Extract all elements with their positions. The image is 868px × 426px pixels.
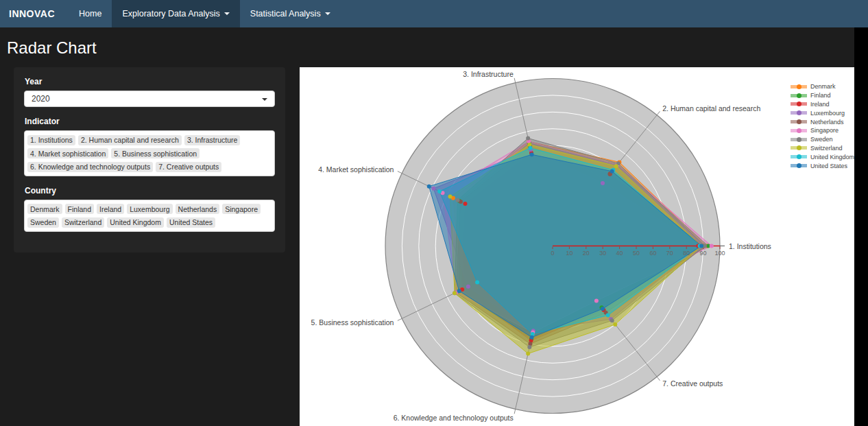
- nav-item-label: Home: [79, 9, 101, 19]
- radial-tick-label: 10: [566, 250, 572, 257]
- indicator-tag-1-institutions[interactable]: 1. Institutions: [27, 135, 75, 145]
- indicator-tag-2-human-capital-and-research[interactable]: 2. Human capital and research: [78, 135, 182, 145]
- country-multiselect[interactable]: DenmarkFinlandIrelandLuxembourgNetherlan…: [24, 200, 275, 232]
- legend-marker-icon: [791, 137, 807, 143]
- axis-label-4-market-sophistication: 4. Market sophistication: [318, 165, 394, 174]
- country-tag-switzerland[interactable]: Switzerland: [62, 217, 104, 228]
- country-tag-netherlands[interactable]: Netherlands: [176, 204, 220, 214]
- data-point-united-kingdom: [475, 280, 479, 284]
- legend-marker-icon: [791, 119, 807, 125]
- axis-label-1-institutions: 1. Institutions: [729, 242, 771, 250]
- data-point-singapore: [710, 244, 714, 248]
- axis-label-2-human-capital-and-research: 2. Human capital and research: [662, 104, 760, 113]
- legend-marker-icon: [791, 110, 807, 116]
- legend-label: Netherlands: [810, 119, 844, 126]
- chevron-down-icon: [262, 98, 267, 101]
- legend-label: Sweden: [810, 136, 833, 143]
- radial-tick-label: 80: [683, 250, 690, 257]
- country-tag-finland[interactable]: Finland: [65, 204, 94, 214]
- legend-item-ireland[interactable]: Ireland: [791, 100, 854, 109]
- axis-label-7-creative-outputs: 7. Creative outputs: [662, 379, 723, 388]
- legend-label: Luxembourg: [810, 110, 845, 117]
- data-point-luxembourg: [431, 187, 435, 191]
- legend-marker-icon: [791, 101, 807, 107]
- legend-item-finland[interactable]: Finland: [791, 91, 854, 100]
- country-tag-denmark[interactable]: Denmark: [27, 204, 62, 214]
- axis-label-5-business-sophistication: 5. Business sophistication: [311, 318, 394, 327]
- data-point-sweden: [610, 318, 614, 322]
- radial-tick-label: 70: [666, 250, 673, 257]
- country-tag-united-states[interactable]: United States: [167, 217, 215, 228]
- chart-legend: DenmarkFinlandIrelandLuxembourgNetherlan…: [791, 82, 854, 170]
- legend-item-united-kingdom[interactable]: United Kingdom: [791, 152, 854, 161]
- legend-item-luxembourg[interactable]: Luxembourg: [791, 108, 854, 117]
- year-select-value: 2020: [32, 94, 50, 104]
- controls-panel: Year 2020 Indicator 1. Institutions2. Hu…: [14, 67, 285, 252]
- data-point-switzerland: [614, 164, 618, 168]
- data-point-sweden: [526, 136, 530, 140]
- radial-tick-label: 100: [714, 250, 725, 257]
- legend-item-sweden[interactable]: Sweden: [791, 135, 854, 144]
- data-point-switzerland: [453, 291, 457, 295]
- data-point-united-states: [699, 244, 703, 248]
- country-tag-luxembourg[interactable]: Luxembourg: [127, 204, 172, 214]
- country-tag-singapore[interactable]: Singapore: [222, 204, 261, 214]
- legend-label: United States: [810, 163, 847, 169]
- legend-marker-icon: [791, 84, 807, 90]
- nav-menu: HomeExploratory Data AnalysisStatistical…: [69, 0, 341, 27]
- axis-label-6-knowledge-and-technology-outputs: 6. Knowledge and technology outputs: [394, 414, 514, 422]
- year-label: Year: [25, 77, 275, 86]
- legend-marker-icon: [791, 163, 807, 169]
- year-select[interactable]: 2020: [24, 91, 275, 107]
- legend-label: Finland: [810, 92, 831, 99]
- nav-item-exploratory-data-analysis[interactable]: Exploratory Data Analysis: [112, 0, 239, 27]
- legend-marker-icon: [791, 93, 807, 99]
- legend-item-switzerland[interactable]: Switzerland: [791, 144, 854, 153]
- data-point-united-kingdom: [437, 189, 442, 193]
- legend-label: United Kingdom: [810, 154, 854, 161]
- indicator-multiselect[interactable]: 1. Institutions2. Human capital and rese…: [24, 130, 275, 176]
- data-point-united-states: [427, 185, 431, 189]
- legend-item-denmark[interactable]: Denmark: [791, 82, 854, 91]
- data-point-united-states: [457, 289, 461, 293]
- nav-item-label: Exploratory Data Analysis: [122, 9, 219, 19]
- legend-label: Switzerland: [810, 145, 843, 152]
- radar-chart[interactable]: 01020304050607080901001. Institutions2. …: [300, 67, 854, 426]
- right-gutter: [854, 27, 868, 426]
- data-point-united-kingdom: [606, 313, 610, 318]
- country-tag-united-kingdom[interactable]: United Kingdom: [107, 217, 164, 228]
- legend-label: Singapore: [810, 127, 839, 134]
- brand-logo[interactable]: INNOVAC: [0, 0, 69, 27]
- data-point-luxembourg: [601, 181, 605, 185]
- legend-item-netherlands[interactable]: Netherlands: [791, 117, 854, 126]
- radial-tick-label: 90: [700, 250, 707, 257]
- data-point-united-states: [530, 335, 534, 340]
- chevron-down-icon: [224, 12, 230, 15]
- indicator-tag-5-business-sophistication[interactable]: 5. Business sophistication: [111, 148, 200, 158]
- indicator-tag-7-creative-outputs[interactable]: 7. Creative outputs: [156, 162, 221, 172]
- indicator-tag-4-market-sophistication[interactable]: 4. Market sophistication: [27, 148, 108, 158]
- radial-tick-label: 0: [551, 250, 554, 257]
- indicator-tag-3-infrastructure[interactable]: 3. Infrastructure: [184, 135, 241, 145]
- page-title: Radar Chart: [7, 38, 868, 58]
- radial-tick-label: 30: [599, 250, 606, 257]
- radial-tick-label: 60: [649, 250, 656, 257]
- country-tag-ireland[interactable]: Ireland: [97, 204, 124, 214]
- data-point-singapore: [594, 299, 599, 303]
- radial-tick-label: 40: [616, 250, 623, 257]
- nav-item-home[interactable]: Home: [69, 0, 112, 27]
- data-point-switzerland: [448, 195, 453, 199]
- country-tag-sweden[interactable]: Sweden: [27, 217, 59, 228]
- legend-label: Ireland: [810, 101, 830, 108]
- data-point-united-states: [530, 152, 534, 156]
- indicator-tag-6-knowledge-and-technology-outputs[interactable]: 6. Knowledge and technology outputs: [27, 162, 153, 172]
- legend-marker-icon: [791, 145, 807, 151]
- legend-item-united-states[interactable]: United States: [791, 161, 854, 170]
- data-point-luxembourg: [466, 285, 470, 289]
- nav-item-statistical-analysis[interactable]: Statistical Analysis: [240, 0, 341, 27]
- legend-label: Denmark: [810, 83, 836, 90]
- data-point-united-kingdom: [528, 146, 532, 150]
- data-point-united-states: [610, 169, 614, 174]
- legend-item-singapore[interactable]: Singapore: [791, 126, 854, 135]
- navbar: INNOVAC HomeExploratory Data AnalysisSta…: [0, 0, 868, 27]
